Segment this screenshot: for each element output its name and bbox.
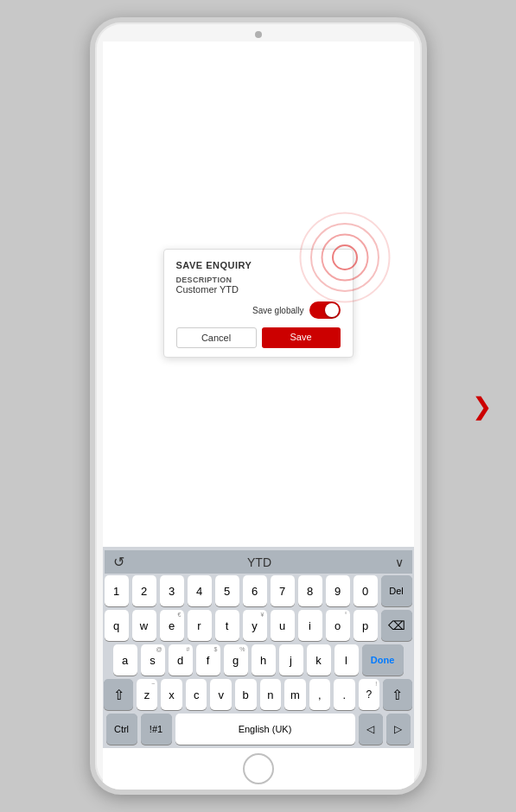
key-e[interactable]: e€ <box>160 610 184 641</box>
key-d[interactable]: d# <box>169 644 193 676</box>
key-shift-right[interactable]: ⇧ <box>383 679 411 710</box>
key-w[interactable]: w <box>132 610 156 641</box>
bottom-row: Ctrl !#1 English (UK) ◁ ▷ <box>105 714 412 745</box>
toggle-row: Save globally <box>176 301 341 319</box>
key-3[interactable]: 3 <box>160 575 184 606</box>
cancel-button[interactable]: Cancel <box>176 327 257 348</box>
key-language[interactable]: English (UK) <box>175 714 355 745</box>
dialog-buttons: Cancel Save <box>176 327 341 348</box>
save-button[interactable]: Save <box>262 327 341 348</box>
home-button[interactable] <box>243 753 274 784</box>
key-period[interactable]: . <box>334 679 355 710</box>
keyboard-toolbar-chevron-icon[interactable]: ∨ <box>395 555 404 569</box>
key-i[interactable]: i <box>298 610 322 641</box>
keyboard-toolbar-text: YTD <box>247 555 271 569</box>
key-shift-left[interactable]: ⇧ <box>104 679 132 710</box>
key-z[interactable]: z~ <box>137 679 158 710</box>
key-u[interactable]: u <box>271 610 295 641</box>
app-content: SAVE ENQUIRY DESCRIPTION Customer YTD Sa… <box>103 41 414 547</box>
key-2[interactable]: 2 <box>132 575 156 606</box>
key-backspace[interactable]: ⌫ <box>381 610 412 641</box>
save-globally-toggle[interactable] <box>309 301 341 319</box>
key-m[interactable]: m <box>284 679 306 710</box>
keyboard: ↺ YTD ∨ 1 2 3 4 5 6 7 8 9 0 Del q w <box>103 547 414 748</box>
toggle-label: Save globally <box>252 306 303 315</box>
description-label: DESCRIPTION <box>176 276 341 284</box>
key-o[interactable]: o° <box>326 610 350 641</box>
key-y[interactable]: y¥ <box>243 610 267 641</box>
key-h[interactable]: h <box>252 644 276 676</box>
number-row: 1 2 3 4 5 6 7 8 9 0 Del <box>105 575 412 606</box>
key-v[interactable]: v <box>210 679 232 710</box>
key-8[interactable]: 8 <box>298 575 322 606</box>
key-r[interactable]: r <box>188 610 212 641</box>
key-a[interactable]: a <box>113 644 137 676</box>
tablet-camera <box>255 31 262 38</box>
tablet-frame: SAVE ENQUIRY DESCRIPTION Customer YTD Sa… <box>90 17 427 795</box>
asdf-row: a s@ d# f$ g% h j k l Done <box>105 644 412 676</box>
right-nav-arrow[interactable]: ❯ <box>472 392 492 421</box>
key-p[interactable]: p <box>354 610 378 641</box>
key-c[interactable]: c <box>186 679 207 710</box>
keyboard-toolbar: ↺ YTD ∨ <box>105 550 412 574</box>
qwerty-row: q w e€ r t y¥ u i o° p ⌫ <box>105 610 412 641</box>
key-j[interactable]: j <box>279 644 303 676</box>
key-q[interactable]: q <box>105 610 129 641</box>
key-7[interactable]: 7 <box>271 575 295 606</box>
description-value: Customer YTD <box>176 284 341 295</box>
key-g[interactable]: g% <box>224 644 248 676</box>
keyboard-toolbar-refresh-icon[interactable]: ↺ <box>113 554 124 570</box>
key-k[interactable]: k <box>307 644 331 676</box>
key-1[interactable]: 1 <box>105 575 129 606</box>
key-sym[interactable]: !#1 <box>141 714 172 745</box>
key-b[interactable]: b <box>235 679 257 710</box>
key-comma[interactable]: , <box>309 679 331 710</box>
key-t[interactable]: t <box>215 610 239 641</box>
key-6[interactable]: 6 <box>243 575 267 606</box>
toggle-knob <box>325 303 339 317</box>
zxcv-row: ⇧ z~ x c v b n m , . ?! ⇧ <box>105 679 412 710</box>
key-question[interactable]: ?! <box>359 679 380 710</box>
key-f[interactable]: f$ <box>196 644 220 676</box>
key-s[interactable]: s@ <box>141 644 165 676</box>
key-9[interactable]: 9 <box>326 575 350 606</box>
key-nav-left[interactable]: ◁ <box>359 714 383 745</box>
key-done[interactable]: Done <box>362 644 404 676</box>
dialog-title: SAVE ENQUIRY <box>176 260 341 270</box>
tablet-screen: SAVE ENQUIRY DESCRIPTION Customer YTD Sa… <box>103 41 414 790</box>
key-x[interactable]: x <box>161 679 182 710</box>
key-4[interactable]: 4 <box>188 575 212 606</box>
key-l[interactable]: l <box>334 644 359 676</box>
save-enquiry-dialog: SAVE ENQUIRY DESCRIPTION Customer YTD Sa… <box>163 249 354 358</box>
key-nav-right[interactable]: ▷ <box>386 714 411 745</box>
key-0[interactable]: 0 <box>354 575 378 606</box>
key-5[interactable]: 5 <box>215 575 239 606</box>
key-del[interactable]: Del <box>381 575 412 606</box>
key-n[interactable]: n <box>260 679 282 710</box>
key-ctrl[interactable]: Ctrl <box>106 714 137 745</box>
